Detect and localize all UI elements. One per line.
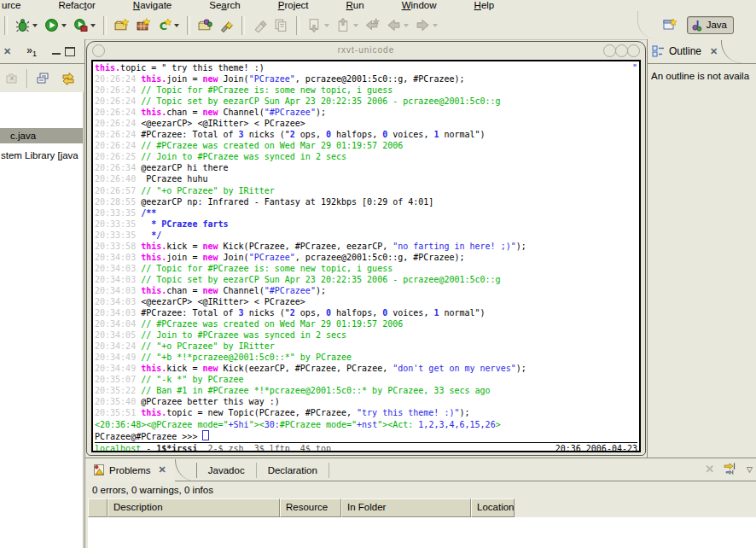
menu-item-urce[interactable]: urce — [0, 0, 39, 11]
tab-javadoc[interactable]: Javadoc — [196, 463, 256, 478]
tree-item-jre-library[interactable]: stem Library [java — [0, 148, 83, 163]
outline-message: An outline is not availa — [651, 71, 756, 81]
filter-icon[interactable] — [723, 462, 738, 476]
tab-problems[interactable]: Problems ✕ — [86, 459, 175, 481]
right-sash[interactable] — [647, 39, 648, 458]
new-class-button[interactable]: C — [154, 15, 182, 37]
terminal-line: 20:33:35 * PCrazee farts — [95, 219, 637, 230]
dropdown-arrow-icon[interactable] — [353, 24, 358, 27]
terminal-titlebar[interactable]: rxvt-unicode — [87, 42, 645, 60]
external-tools-icon — [73, 18, 88, 32]
prev-annotation-button — [334, 15, 361, 37]
close-icon[interactable]: ✕ — [707, 46, 721, 57]
dropdown-arrow-icon[interactable] — [61, 24, 67, 27]
terminal-line: <20:36:48><@PCrazee mode="+Shi"><30:#PCr… — [95, 419, 637, 430]
dropdown-arrow-icon[interactable] — [174, 24, 179, 27]
dropdown-arrow-icon[interactable] — [324, 24, 329, 27]
tab-overflow-chevron[interactable]: »1 — [26, 44, 37, 58]
main-toolbar: C J Java — [0, 11, 756, 40]
dropdown-arrow-icon[interactable] — [433, 24, 438, 27]
new-java-project-button[interactable] — [112, 15, 131, 37]
menu-item-run[interactable]: Run — [328, 0, 383, 11]
package-explorer-tree: c.java stem Library [java — [0, 92, 84, 548]
timestamp: 20:35:22 — [95, 386, 141, 395]
window-button-icon[interactable] — [603, 44, 616, 57]
wrapped-quote: " — [632, 62, 637, 73]
terminal-line: 20:33:35 */ — [95, 230, 637, 241]
problems-panel: Problems ✕ Javadoc Declaration ✕ ▽ 0 err… — [86, 458, 756, 548]
terminal-content[interactable]: "this.topic = " try this theme! :)20:26:… — [91, 60, 641, 452]
new-package-button[interactable] — [133, 15, 153, 37]
terminal-line: 20:34:03 this.join = new Join("PCrazee",… — [95, 252, 637, 263]
terminal-line: 20:26:34 @eezarCP hi there — [95, 162, 637, 173]
timestamp: 20:34:03 — [95, 297, 141, 306]
terminal-line: PCrazee@#PCrazee >>> — [95, 430, 637, 441]
open-type-button[interactable] — [195, 15, 215, 37]
bottom-sash[interactable] — [84, 458, 756, 458]
timestamp: 20:34:03 — [95, 264, 141, 273]
timestamp: 20:34:03 — [95, 308, 141, 318]
run-icon — [44, 18, 59, 32]
column-header-location[interactable]: Location — [471, 498, 515, 517]
timestamp: 20:26:24 — [95, 108, 141, 117]
menu-item-refactor[interactable]: Refactor — [39, 0, 113, 11]
next-annotation-icon — [307, 18, 322, 32]
disabled-nav-button — [3, 67, 21, 90]
debug-button[interactable] — [13, 15, 40, 37]
view-menu-icon[interactable]: ▽ — [747, 465, 753, 474]
terminal-title: rxvt-unicode — [87, 45, 645, 55]
dropdown-arrow-icon[interactable] — [90, 24, 96, 27]
terminal-line: "this.topic = " try this theme! :) — [95, 62, 637, 73]
search-button[interactable] — [217, 15, 236, 37]
eclipse-window: urceRefactorNavigateSearchProjectRunWind… — [0, 0, 756, 548]
left-sash[interactable] — [84, 39, 85, 548]
bottom-tab-strip: Problems ✕ Javadoc Declaration ✕ ▽ — [86, 458, 756, 481]
menu-item-navigate[interactable]: Navigate — [114, 0, 190, 11]
next-annotation-button — [305, 15, 332, 37]
window-button-icon[interactable] — [615, 44, 628, 57]
maximize-view-button[interactable] — [65, 47, 75, 56]
collapse-all-button[interactable] — [33, 67, 52, 90]
terminal-line: 20:34:49 this.kick = new Kick(eezarCP, #… — [95, 363, 637, 374]
timestamp: 20:35:40 — [95, 397, 141, 406]
column-header-description[interactable]: Description — [108, 498, 280, 517]
run-button[interactable] — [42, 15, 69, 37]
close-icon[interactable]: ✕ — [155, 464, 170, 475]
terminal-line: 20:34:03 <@eezarCP> <@IRitter> < PCrazee… — [95, 296, 637, 307]
column-header-resource[interactable]: Resource — [280, 498, 341, 517]
menu-item-window[interactable]: Window — [383, 0, 456, 11]
tab-declaration[interactable]: Declaration — [256, 463, 329, 478]
menu-item-project[interactable]: Project — [259, 0, 328, 11]
current-window: 1$*irssi — [156, 444, 197, 452]
problems-table-body[interactable] — [88, 517, 756, 548]
menu-item-help[interactable]: Help — [456, 0, 514, 11]
terminal-line: 20:26:24 // Topic for #PCrazee is: some … — [95, 85, 637, 96]
chevron-icon: » — [26, 44, 32, 56]
back-icon — [387, 18, 401, 32]
minimize-view-button[interactable] — [52, 48, 61, 55]
timestamp: 20:34:05 — [95, 330, 141, 340]
debug-icon — [15, 18, 30, 32]
close-icon[interactable]: ✕ — [0, 46, 15, 57]
folder-up-icon — [5, 72, 19, 85]
terminal-line: 20:34:04 // #PCrazee was created on Wed … — [95, 318, 637, 329]
timestamp: 20:33:35 — [95, 208, 141, 218]
open-perspective-button[interactable] — [660, 14, 679, 36]
column-header-icon[interactable] — [88, 498, 108, 517]
menu-item-search[interactable]: Search — [190, 0, 259, 11]
column-header-in-folder[interactable]: In Folder — [341, 498, 471, 517]
dropdown-arrow-icon[interactable] — [404, 24, 409, 27]
java-perspective-icon: J — [691, 19, 704, 32]
link-with-editor-button[interactable] — [58, 67, 79, 90]
package-explorer-tab-strip: ✕ »1 — [0, 39, 84, 64]
timestamp: 20:35:07 — [95, 375, 141, 384]
tab-overflow-count: 1 — [32, 50, 37, 58]
window-button-icon[interactable] — [627, 44, 640, 57]
timestamp: 20:34:04 — [95, 319, 141, 329]
external-tools-button[interactable] — [71, 15, 98, 37]
tree-item-selected[interactable]: c.java — [0, 128, 83, 143]
copy-icon — [274, 18, 288, 32]
java-perspective-button[interactable]: J Java — [687, 16, 734, 34]
tab-outline[interactable]: Outline — [669, 45, 701, 57]
dropdown-arrow-icon[interactable] — [32, 24, 38, 27]
